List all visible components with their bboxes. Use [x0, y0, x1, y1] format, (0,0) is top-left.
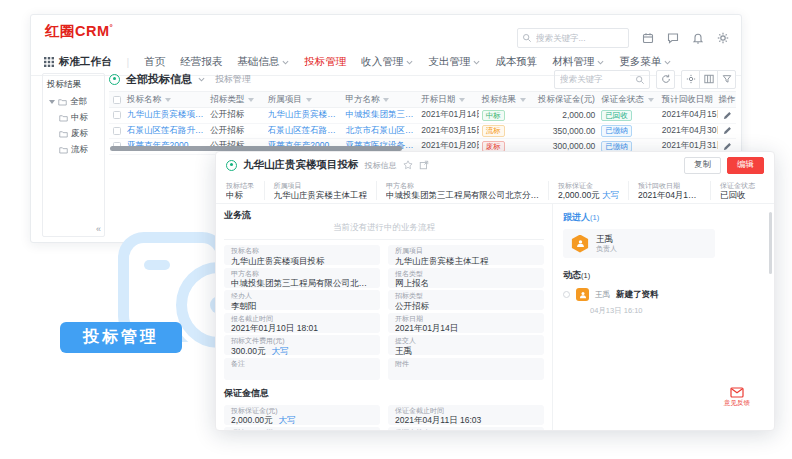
bid-type: 公开招标: [207, 125, 265, 137]
project-link[interactable]: 石景山区莲石路升改造工程: [268, 125, 340, 137]
col-header-type: 招标类型: [210, 94, 244, 106]
columns-icon[interactable]: [699, 70, 718, 89]
select-all-checkbox[interactable]: [113, 96, 121, 104]
summary-strip: 投标结果中标 所属项目九华山庄贵宾楼主体工程 甲方名称中城投集团第三工程局有限公…: [216, 178, 774, 204]
amount-in-words-link[interactable]: 大写: [602, 190, 619, 200]
sidebar-collapse-button[interactable]: «: [96, 224, 101, 234]
party-link[interactable]: 北京市石景山区住房和城...: [345, 125, 415, 137]
filter-caret-icon[interactable]: [520, 98, 526, 102]
screen: 红圈CRM°: [0, 0, 792, 459]
detail-subtitle: 投标信息: [365, 160, 397, 171]
summary-project: 所属项目九华山庄贵宾楼主体工程: [265, 181, 378, 200]
filter-caret-icon[interactable]: [165, 98, 171, 102]
status-badge: 已缴纳: [601, 125, 632, 137]
field-grid: 投标名称九华山庄贵宾楼项目投标 所属项目九华山庄贵宾楼主体工程 甲方名称中城投集…: [224, 245, 544, 380]
amount-in-words-link[interactable]: 大写: [272, 346, 289, 356]
star-icon[interactable]: [403, 160, 413, 170]
logo-degree: °: [110, 23, 114, 32]
filter-caret-icon[interactable]: [648, 98, 654, 102]
filter-icon[interactable]: [717, 70, 736, 89]
field-party: 甲方名称中城投集团第三工程局有限公司北京分公司: [224, 268, 380, 288]
header-actions: [517, 28, 729, 48]
detail-title: 九华山庄贵宾楼项目投标: [243, 158, 359, 172]
list-search[interactable]: [554, 70, 650, 89]
deposit-field-grid: 投标保证金(元) 2,000.00元大写 保证金截止时间2021年04月11日 …: [224, 405, 544, 431]
tree-node-label: 废标: [71, 128, 88, 140]
message-icon[interactable]: [667, 32, 679, 44]
tree-node-failed[interactable]: 流标: [59, 144, 100, 156]
copy-button[interactable]: 复制: [684, 157, 721, 174]
nav-workbench[interactable]: 标准工作台: [44, 55, 112, 69]
field-bid-name: 投标名称九华山庄贵宾楼项目投标: [224, 245, 380, 265]
edit-icon[interactable]: [723, 111, 732, 120]
edit-icon[interactable]: [723, 142, 732, 151]
deposit-amount: 2,000.00: [535, 110, 598, 120]
project-link[interactable]: 九华山庄贵宾楼主体工程: [268, 109, 340, 121]
tree-node-all[interactable]: 全部: [49, 96, 100, 108]
deposit-amount: 300,000.00: [535, 141, 598, 151]
brand-logo: 红圈CRM°: [45, 22, 113, 41]
recover-date: 2021年04月30日: [659, 125, 718, 137]
grid-icon: [44, 57, 54, 67]
col-header-name: 投标名称: [127, 94, 161, 106]
follower-card[interactable]: 王禹 负责人: [563, 229, 715, 258]
filter-caret-icon[interactable]: [383, 98, 389, 102]
follower-name: 王禹: [596, 234, 617, 244]
table-row[interactable]: 九华山庄贵宾楼项目投标 公开招标 九华山庄贵宾楼主体工程 中城投集团第三工程局有…: [109, 108, 736, 124]
chevron-down-icon[interactable]: [198, 77, 205, 82]
filter-caret-icon[interactable]: [248, 98, 254, 102]
bid-result-sidebar: 投标结果 全部 中标 废标 流标 «: [42, 73, 105, 237]
list-header: 全部投标信息 投标管理: [109, 67, 736, 91]
bell-icon[interactable]: [692, 32, 704, 44]
workflow-title: 业务流: [224, 209, 251, 222]
activity-action: 新建了资料: [616, 289, 659, 301]
amount-in-words-link[interactable]: 大写: [279, 415, 296, 425]
filter-caret-icon[interactable]: [459, 98, 465, 102]
tree-node-label: 中标: [71, 112, 88, 124]
row-checkbox[interactable]: [113, 127, 121, 135]
tree-node-won[interactable]: 中标: [59, 112, 100, 124]
expand-icon[interactable]: [419, 160, 429, 170]
bid-detail-panel: 九华山庄贵宾楼项目投标 投标信息 复制 编辑 投标结果中标 所属项目九华山庄贵宾…: [215, 151, 775, 431]
tree-node-label: 流标: [71, 144, 88, 156]
summary-recover-date: 预计回收日期2021年04月15日: [629, 181, 711, 200]
folder-icon: [59, 114, 68, 122]
field-signup-type: 报名类型网上报名: [388, 268, 544, 288]
edit-button[interactable]: 编辑: [727, 157, 764, 174]
panel-scrollbar[interactable]: [769, 212, 772, 274]
edit-icon[interactable]: [723, 126, 732, 135]
summary-status: 保证金状态已回收: [711, 181, 764, 200]
chevron-down-icon: [597, 60, 604, 65]
list-search-input[interactable]: [560, 71, 630, 88]
global-search[interactable]: [517, 28, 629, 48]
tree-node-invalid[interactable]: 废标: [59, 128, 100, 140]
caret-down-icon: [49, 100, 55, 104]
followers-title: 跟进人(1): [563, 211, 764, 224]
result-badge: 流标: [482, 125, 505, 137]
chevron-down-icon: [282, 60, 289, 65]
filter-caret-icon[interactable]: [306, 98, 312, 102]
bid-name-link[interactable]: 石景山区莲石路升改造工程: [127, 125, 204, 137]
record-icon: [226, 160, 237, 171]
col-header-open-date: 开标日期: [421, 94, 455, 106]
calendar-icon[interactable]: [642, 32, 654, 44]
field-signup-deadline: 报名截止时间2021年01月10日 18:01: [224, 313, 380, 333]
gear-icon[interactable]: [717, 32, 729, 44]
feedback-label: 意见反馈: [724, 399, 750, 408]
folder-icon: [59, 130, 68, 138]
list-toolbar: [554, 70, 736, 89]
table-row[interactable]: 石景山区莲石路升改造工程 公开招标 石景山区莲石路升改造工程 北京市石景山区住房…: [109, 124, 736, 140]
bid-name-link[interactable]: 九华山庄贵宾楼项目投标: [127, 109, 204, 121]
party-link[interactable]: 中城投集团第三工程局有...: [345, 109, 415, 121]
col-header-actions: 操作: [719, 94, 736, 106]
feedback-widget[interactable]: 意见反馈: [724, 387, 750, 408]
global-search-input[interactable]: [536, 29, 626, 47]
status-badge: 已回收: [601, 110, 632, 122]
avatar: [576, 288, 589, 301]
settings-gear-icon[interactable]: [681, 70, 700, 89]
breadcrumb: 投标管理: [215, 73, 251, 86]
field-submitter: 提交人王禹: [388, 335, 544, 355]
row-checkbox[interactable]: [113, 111, 121, 119]
refresh-icon[interactable]: [656, 70, 675, 89]
field-open-date: 开标日期2021年01月14日: [388, 313, 544, 333]
